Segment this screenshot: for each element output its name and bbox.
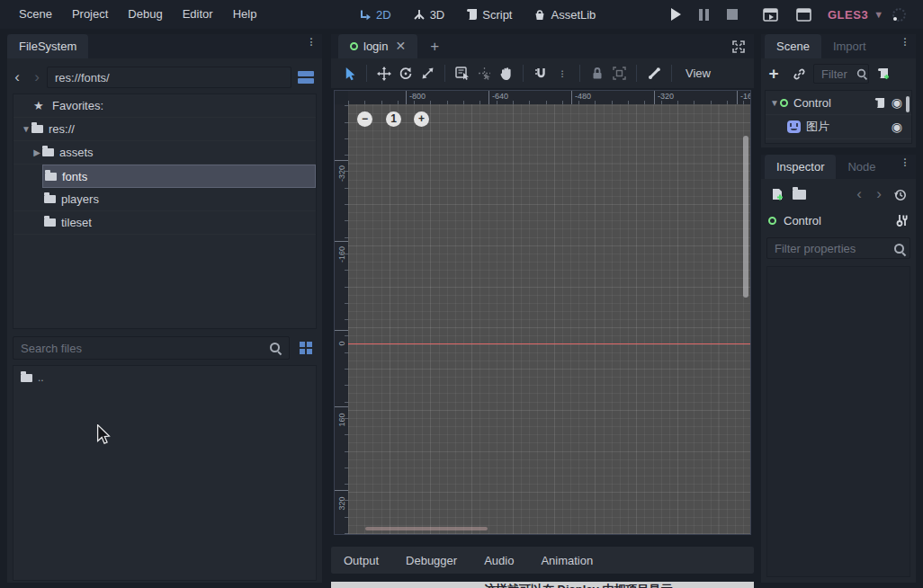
new-resource-button[interactable] xyxy=(766,183,788,205)
list-select-tool-button[interactable] xyxy=(452,63,473,85)
tab-scene[interactable]: Scene xyxy=(765,34,821,58)
instance-scene-button[interactable] xyxy=(788,63,810,85)
file-search-row xyxy=(13,336,317,360)
new-scene-tab-button[interactable]: + xyxy=(430,35,439,58)
menu-project[interactable]: Project xyxy=(62,0,118,29)
bottom-tab-audio[interactable]: Audio xyxy=(484,554,514,567)
script-icon[interactable] xyxy=(874,97,885,109)
pivot-icon xyxy=(478,67,491,80)
play-button[interactable] xyxy=(671,8,681,21)
scene-dock-tabs: Scene Import ⁝ xyxy=(761,34,916,58)
origin-axis-line xyxy=(348,343,750,344)
close-icon[interactable]: ✕ xyxy=(395,34,406,58)
folder-icon xyxy=(45,173,57,181)
add-node-button[interactable]: + xyxy=(763,63,784,85)
tab-inspector[interactable]: Inspector xyxy=(765,155,836,179)
history-forward-button[interactable]: › xyxy=(869,185,889,203)
tree-item-tileset[interactable]: tileset xyxy=(13,211,316,235)
file-item-parent-dir[interactable]: .. xyxy=(13,366,316,389)
mode-2d-button[interactable]: 2D xyxy=(358,8,391,22)
bottom-tab-output[interactable]: Output xyxy=(344,554,379,567)
menu-debug[interactable]: Debug xyxy=(118,0,172,29)
object-history-button[interactable] xyxy=(889,183,910,205)
scene-tree-scrollbar[interactable] xyxy=(906,96,910,112)
canvas-2d[interactable]: − 1 + xyxy=(348,104,750,534)
bottom-tab-animation[interactable]: Animation xyxy=(541,554,593,567)
play-custom-scene-button[interactable] xyxy=(796,8,811,22)
split-mode-button[interactable] xyxy=(295,67,317,88)
rotate-icon xyxy=(399,67,413,81)
list-select-icon xyxy=(455,67,470,80)
rotate-tool-button[interactable] xyxy=(395,63,417,85)
select-tool-button[interactable] xyxy=(338,63,360,85)
snap-toggle-button[interactable] xyxy=(530,63,551,85)
zoom-in-button[interactable]: + xyxy=(414,111,429,127)
snap-options-button[interactable]: ⁝ xyxy=(551,63,573,85)
history-clock-icon xyxy=(893,188,907,201)
thumbnail-view-button[interactable] xyxy=(295,337,317,359)
bottom-panel: Output Debugger Audio Animation xyxy=(331,547,754,574)
zoom-out-button[interactable]: − xyxy=(357,111,372,127)
zoom-reset-button[interactable]: 1 xyxy=(386,111,401,127)
history-back-button[interactable]: ‹ xyxy=(849,185,869,203)
tree-item-players[interactable]: players xyxy=(13,188,316,211)
play-scene-button[interactable] xyxy=(763,8,778,22)
move-tool-button[interactable] xyxy=(373,63,395,85)
scene-tab-login[interactable]: login ✕ xyxy=(338,34,417,58)
lock-object-button[interactable] xyxy=(587,63,608,85)
scene-node-control[interactable]: ▼ Control ◉ xyxy=(766,91,911,115)
filter-properties-input[interactable] xyxy=(766,237,910,259)
stop-button[interactable] xyxy=(727,9,738,20)
distraction-free-icon[interactable] xyxy=(732,40,745,53)
tab-import[interactable]: Import xyxy=(821,34,878,58)
skeleton-options-button[interactable] xyxy=(643,63,665,85)
object-tools-icon[interactable] xyxy=(896,214,909,227)
path-field[interactable] xyxy=(47,67,291,88)
nav-forward-button[interactable]: › xyxy=(27,68,47,86)
2d-icon xyxy=(358,8,372,22)
bottom-tab-debugger[interactable]: Debugger xyxy=(406,554,457,567)
group-object-button[interactable] xyxy=(608,63,630,85)
chevron-collapsed-icon[interactable]: ▶ xyxy=(31,147,42,157)
star-icon: ★ xyxy=(33,99,47,112)
menu-help[interactable]: Help xyxy=(223,0,267,29)
folder-icon xyxy=(44,218,56,227)
dock-options-icon[interactable]: ⁝ xyxy=(900,39,910,46)
menu-scene[interactable]: Scene xyxy=(9,0,62,29)
visibility-icon[interactable]: ◉ xyxy=(892,120,902,133)
scene-node-image[interactable]: 图片 ◉ xyxy=(766,115,911,139)
tab-filesystem[interactable]: FileSystem xyxy=(7,34,88,58)
mode-script-button[interactable]: Script xyxy=(466,8,512,22)
move-pivot-tool-button[interactable] xyxy=(473,63,495,85)
renderer-selector[interactable]: GLES3 ▼ xyxy=(828,0,883,29)
inspected-object-name: Control xyxy=(784,214,889,227)
canvas-vertical-scrollbar[interactable] xyxy=(743,136,748,298)
tree-item-assets[interactable]: ▶ assets xyxy=(13,141,316,165)
tab-node[interactable]: Node xyxy=(836,155,887,179)
load-resource-button[interactable] xyxy=(788,183,810,205)
pan-tool-button[interactable] xyxy=(495,63,516,85)
inspector-filter-row xyxy=(766,237,910,259)
attach-script-button[interactable] xyxy=(873,63,894,85)
folder-icon xyxy=(44,195,56,203)
mode-3d-button[interactable]: 3D xyxy=(413,8,445,22)
mode-assetlib-button[interactable]: AssetLib xyxy=(533,8,596,22)
tree-item-favorites[interactable]: ★ Favorites: xyxy=(13,94,316,118)
tree-item-res-root[interactable]: ▼ res:// xyxy=(13,118,316,141)
chevron-expanded-icon[interactable]: ▼ xyxy=(21,124,31,134)
pause-button[interactable] xyxy=(699,9,709,21)
tree-item-fonts[interactable]: fonts xyxy=(42,165,316,188)
search-files-input[interactable] xyxy=(13,336,290,360)
menu-editor[interactable]: Editor xyxy=(173,0,223,29)
move-icon xyxy=(377,67,391,81)
sprite-node-icon xyxy=(787,120,801,133)
dock-options-icon[interactable]: ⁝ xyxy=(306,39,317,46)
dock-options-icon[interactable]: ⁝ xyxy=(900,159,910,166)
inspector-dock: Inspector Node ⁝ ‹ › xyxy=(761,155,916,583)
folder-icon xyxy=(21,374,32,382)
nav-back-button[interactable]: ‹ xyxy=(7,68,27,86)
chevron-expanded-icon[interactable]: ▼ xyxy=(769,98,780,108)
visibility-icon[interactable]: ◉ xyxy=(892,96,902,109)
scale-tool-button[interactable] xyxy=(417,63,438,85)
view-menu-button[interactable]: View xyxy=(678,67,718,80)
